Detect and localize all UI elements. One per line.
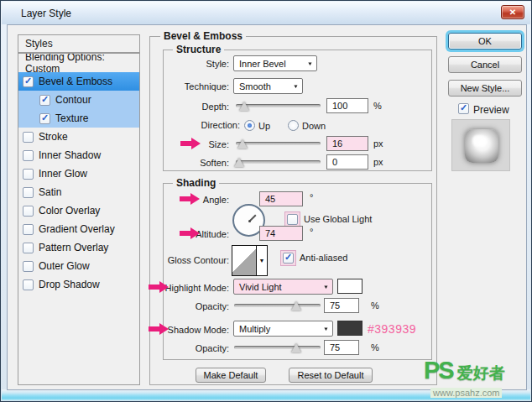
highlight-opacity-slider[interactable] (234, 300, 321, 311)
anti-aliased-highlight: ✓ (280, 250, 296, 266)
checkbox-inner-shadow[interactable] (23, 150, 34, 161)
highlight-color-swatch[interactable] (337, 279, 362, 294)
highlight-mode-dropdown[interactable]: Vivid Light ▼ (233, 279, 333, 295)
depth-slider[interactable] (236, 100, 321, 112)
style-label: Style: (152, 59, 229, 69)
angle-input[interactable]: 45 (259, 191, 303, 206)
use-global-light-checkbox[interactable] (287, 214, 298, 225)
sidebar-item-stroke[interactable]: Stroke (18, 128, 139, 146)
ok-button[interactable]: OK (448, 33, 522, 50)
size-slider-thumb[interactable] (237, 139, 248, 149)
watermark-logo: PS (424, 359, 453, 381)
shadow-mode-dropdown[interactable]: Multiply ▼ (233, 321, 333, 337)
gloss-contour-label: Gloss Contour: (152, 255, 229, 265)
close-icon[interactable]: ✕ (501, 5, 524, 19)
checkbox-gradient-overlay[interactable] (23, 224, 34, 235)
sidebar-item-inner-shadow[interactable]: Inner Shadow (18, 146, 139, 164)
angle-dial-center (248, 220, 251, 222)
direction-label: Direction: (152, 120, 240, 130)
shading-group-title: Shading (173, 177, 219, 189)
checkbox-outer-glow[interactable] (23, 261, 34, 272)
reset-to-default-button[interactable]: Reset to Default (289, 368, 373, 383)
soften-slider-thumb[interactable] (234, 158, 244, 167)
highlight-opacity-input[interactable]: 75 (324, 298, 359, 313)
shadow-opacity-slider[interactable] (234, 342, 321, 353)
shadow-mode-pointer-arrow-icon (149, 323, 169, 335)
soften-slider[interactable] (236, 156, 321, 168)
sidebar-item-outer-glow[interactable]: Outer Glow (18, 257, 139, 275)
depth-input[interactable]: 100 (326, 98, 368, 113)
sidebar-item-satin[interactable]: Satin (18, 183, 139, 201)
checkbox-color-overlay[interactable] (23, 206, 34, 217)
soften-input[interactable]: 0 (326, 154, 368, 170)
checkbox-drop-shadow[interactable] (23, 279, 34, 290)
direction-up-label[interactable]: Up (258, 121, 270, 131)
angle-pointer-arrow-icon (180, 193, 200, 205)
direction-down-label[interactable]: Down (302, 121, 326, 131)
altitude-input[interactable]: 74 (259, 226, 303, 241)
sidebar-item-bevel-emboss[interactable]: ✓ Bevel & Emboss (18, 72, 139, 91)
shadow-opacity-label: Opacity: (152, 343, 229, 353)
shadow-opacity-thumb[interactable] (291, 343, 301, 352)
depth-slider-thumb[interactable] (239, 102, 249, 111)
depth-label: Depth: (152, 102, 229, 112)
checkbox-stroke[interactable] (23, 132, 34, 143)
sidebar-item-contour[interactable]: ✓ Contour (18, 91, 139, 109)
checkbox-texture[interactable]: ✓ (39, 113, 50, 124)
sidebar-item-inner-glow[interactable]: Inner Glow (18, 164, 139, 183)
preview-label[interactable]: Preview (473, 104, 509, 116)
soften-slider-track[interactable] (236, 160, 321, 164)
gloss-contour-picker[interactable]: ▼ (232, 245, 268, 276)
shadow-opacity-track[interactable] (234, 346, 321, 349)
sidebar-item-color-overlay[interactable]: Color Overlay (18, 201, 139, 220)
soften-label: Soften: (152, 158, 229, 168)
size-pointer-arrow-icon (180, 138, 201, 149)
altitude-pointer-arrow-icon (180, 227, 200, 239)
use-global-light-label[interactable]: Use Global Light (304, 214, 372, 224)
shadow-color-hex-annotation: #393939 (368, 322, 416, 336)
size-unit: px (373, 138, 383, 149)
size-input[interactable]: 16 (326, 136, 368, 151)
style-preview-blob (465, 129, 498, 163)
direction-down-radio[interactable] (288, 120, 299, 131)
shadow-color-swatch[interactable] (337, 321, 362, 336)
checkbox-pattern-overlay[interactable] (23, 243, 34, 253)
anti-aliased-checkbox[interactable]: ✓ (283, 253, 294, 264)
shadow-opacity-input[interactable]: 75 (324, 340, 359, 355)
sidebar-item-drop-shadow[interactable]: Drop Shadow (18, 275, 139, 294)
sidebar-item-texture[interactable]: ✓ Texture (18, 109, 139, 128)
checkbox-bevel-emboss[interactable]: ✓ (23, 76, 34, 87)
chevron-down-icon[interactable]: ▼ (256, 246, 267, 275)
checkbox-contour[interactable]: ✓ (39, 95, 50, 106)
depth-unit: % (373, 101, 382, 111)
cancel-button[interactable]: Cancel (448, 56, 522, 73)
dialog-title: Layer Style (21, 8, 71, 19)
size-slider-track[interactable] (236, 142, 321, 145)
new-style-button[interactable]: New Style... (448, 80, 522, 97)
sidebar-item-gradient-overlay[interactable]: Gradient Overlay (18, 220, 139, 238)
chevron-down-icon: ▼ (307, 60, 313, 65)
highlight-opacity-thumb[interactable] (291, 301, 301, 311)
size-slider[interactable] (236, 138, 321, 149)
checkbox-satin[interactable] (23, 187, 34, 198)
technique-dropdown[interactable]: Smooth ▼ (233, 78, 303, 94)
chevron-down-icon: ▼ (323, 326, 329, 331)
style-dropdown[interactable]: Inner Bevel ▼ (233, 55, 317, 71)
sidebar-item-pattern-overlay[interactable]: Pattern Overlay (18, 238, 139, 257)
preview-checkbox[interactable]: ✓ (458, 103, 469, 114)
highlight-opacity-track[interactable] (234, 304, 321, 307)
checkbox-inner-glow[interactable] (23, 169, 34, 180)
highlight-opacity-label: Opacity: (152, 301, 229, 311)
styles-header: Styles (18, 34, 140, 53)
angle-unit: ° (310, 192, 313, 202)
watermark: PS 爱好者 www.psahz.com (424, 359, 529, 399)
make-default-button[interactable]: Make Default (196, 368, 266, 383)
layer-style-dialog: Layer Style ✕ Styles Blending Options: C… (0, 0, 532, 402)
titlebar: Layer Style (2, 2, 530, 24)
sidebar-item-blending-options[interactable]: Blending Options: Custom (18, 54, 139, 72)
gloss-contour-thumbnail[interactable] (232, 246, 256, 275)
anti-aliased-label[interactable]: Anti-aliased (300, 253, 347, 263)
bevel-emboss-group-title: Bevel & Emboss (160, 30, 246, 42)
watermark-logo-cn: 爱好者 (457, 363, 505, 384)
direction-up-radio[interactable] (244, 120, 255, 131)
